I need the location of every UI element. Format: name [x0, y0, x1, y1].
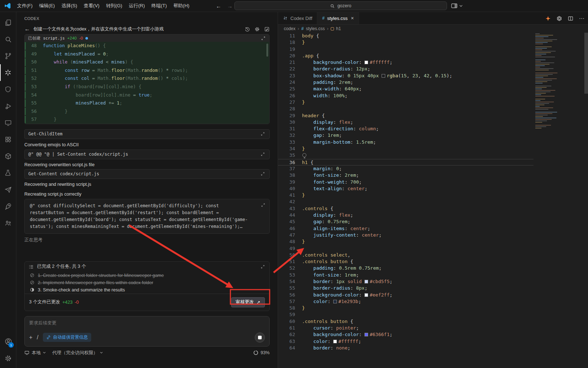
remote-explorer-icon[interactable]	[0, 114, 16, 131]
diff-code-line[interactable]: 57 }	[25, 115, 269, 124]
menu-file[interactable]: 文件(F)	[14, 1, 36, 10]
editor-code-line[interactable]: 42	[278, 199, 533, 205]
editor-code-line[interactable]: 44 display: flex;	[278, 212, 533, 218]
source-control-icon[interactable]	[0, 48, 16, 64]
command-card[interactable]: @" @@ "@ | Set-Content codex/script.js	[24, 150, 270, 159]
editor-code-line[interactable]: 63 color: #ffffff;	[278, 338, 533, 345]
task-list-header[interactable]: 已完成 2 个任务, 共 3 个	[25, 262, 269, 272]
more-actions-icon[interactable]: ⋯	[579, 15, 584, 22]
task-item[interactable]: 2. Implement Minesweeper game files with…	[25, 279, 269, 286]
editor-code-line[interactable]: 29header {	[278, 113, 533, 119]
editor-code-line[interactable]: 64 border: none;	[278, 345, 533, 351]
editor-code-line[interactable]: 46 align-items: center;	[278, 225, 533, 232]
editor-code-line[interactable]: 37 margin: 0;	[278, 165, 533, 172]
editor-code-line[interactable]: 21 background-color: #ffffff;	[278, 59, 533, 66]
expand-icon[interactable]	[260, 131, 266, 137]
created-file-diff-card[interactable]: 已创建 script.js +240 -0 48function placeMi…	[24, 34, 270, 124]
diff-code-line[interactable]: 53 if (!board[row][col].mine) {	[25, 83, 269, 91]
diff-scrollbar[interactable]	[266, 44, 268, 57]
close-icon[interactable]: ×	[351, 15, 354, 21]
settings-gear-icon[interactable]	[0, 350, 16, 367]
menu-view[interactable]: 查看(V)	[80, 1, 102, 10]
containers-icon[interactable]	[0, 148, 16, 164]
task-item[interactable]: 3. Smoke-check and summarize the results	[25, 286, 269, 294]
editor-code-line[interactable]: 60.controls button {	[278, 318, 533, 325]
command-card[interactable]: Get-Content codex/script.js	[24, 169, 270, 179]
editor-code-line[interactable]: 45 gap: 0.75rem;	[278, 218, 533, 225]
editor-code-line[interactable]: 53 font-size: 1rem;	[278, 272, 533, 278]
editor-code-line[interactable]: 62 background-color: #6366f1;	[278, 331, 533, 338]
attach-plus-icon[interactable]: +	[29, 335, 32, 340]
navigate-forward-icon[interactable]: →	[227, 3, 233, 9]
editor-code-line[interactable]: 41}	[278, 192, 533, 199]
editor-code-line[interactable]: 49	[278, 245, 533, 252]
editor-code-line[interactable]: 33 margin-bottom: 1.5rem;	[278, 139, 533, 146]
editor-code-line[interactable]: 26 width: 100%;	[278, 93, 533, 99]
editor-code-line[interactable]: 50.controls select,	[278, 252, 533, 258]
editor-code-line[interactable]: 52 padding: 0.5rem 0.75rem;	[278, 265, 533, 271]
editor-code-line[interactable]: 57 color: #1e293b;	[278, 298, 533, 305]
editor-code-line[interactable]: 56 background-color: #eef2ff;	[278, 292, 533, 298]
stop-button[interactable]	[255, 332, 265, 343]
editor-code-line[interactable]: 39 font-weight: 700;	[278, 179, 533, 185]
explorer-icon[interactable]	[0, 14, 16, 31]
menu-go[interactable]: 转到(G)	[103, 1, 126, 10]
codex-icon[interactable]	[0, 64, 16, 81]
menu-run[interactable]: 运行(R)	[125, 1, 148, 10]
tab-codex-diff[interactable]: Codex Diff	[278, 12, 317, 24]
editor-code-line[interactable]: 40 text-align: center;	[278, 185, 533, 192]
breadcrumb-symbol[interactable]: h1	[336, 26, 341, 31]
editor-code-line[interactable]: 43.controls {	[278, 205, 533, 212]
editor-code-line[interactable]: 18}	[278, 39, 533, 46]
command-card[interactable]: Get-ChildItem	[24, 129, 270, 139]
editor-code-line[interactable]: 23 box-shadow: 0 15px 40px rgba(15, 23, …	[278, 73, 533, 79]
editor-code-line[interactable]: 59	[278, 311, 533, 318]
diff-code-line[interactable]: 52 const col = Math.floor(Math.random() …	[25, 74, 269, 83]
slash-command-icon[interactable]: /	[37, 335, 38, 340]
editor-code-line[interactable]: 48}	[278, 238, 533, 245]
editor-code-line[interactable]: 61 cursor: pointer;	[278, 325, 533, 331]
editor-code-line[interactable]: 28	[278, 106, 533, 112]
navigate-back-icon[interactable]: ←	[216, 3, 221, 9]
collapse-icon[interactable]	[260, 264, 266, 270]
editor-code-line[interactable]: 54 border: 1px solid #cbd5f5;	[278, 278, 533, 285]
diff-code-line[interactable]: 51 const row = Math.floor(Math.random() …	[25, 66, 269, 75]
followup-input[interactable]	[29, 320, 265, 331]
breadcrumb-file[interactable]: styles.css	[306, 26, 325, 31]
menu-terminal[interactable]: 终端(T)	[148, 1, 170, 10]
editor-code-line[interactable]: 35	[278, 152, 533, 159]
editor-code-line[interactable]: 55 border-radius: 8px;	[278, 285, 533, 291]
back-icon[interactable]: ←	[24, 26, 30, 32]
code-snippet-card[interactable]: @" const difficultySelect = document.get…	[24, 199, 270, 234]
shield-icon[interactable]	[0, 81, 16, 98]
chatgpt-icon[interactable]	[556, 16, 562, 21]
menu-selection[interactable]: 选择(S)	[58, 1, 80, 10]
paper-plane-icon[interactable]	[0, 181, 16, 198]
editor-code-line[interactable]: 34}	[278, 146, 533, 152]
diff-code-line[interactable]: 54 board[row][col].mine = true;	[25, 91, 269, 99]
editor-code-line[interactable]: 27}	[278, 99, 533, 106]
editor-code-line[interactable]: 20.app {	[278, 53, 533, 59]
sparkle-extension-icon[interactable]	[545, 16, 551, 21]
search-sidebar-icon[interactable]	[0, 31, 16, 48]
editor-scrollbar[interactable]	[584, 33, 588, 94]
task-item[interactable]: 1. Create codex project folder structure…	[25, 272, 269, 279]
beaker-icon[interactable]	[0, 164, 16, 181]
editor-code-line[interactable]: 51.controls button {	[278, 258, 533, 265]
auto-context-pill[interactable]: 自动提供背景信息	[43, 333, 91, 342]
diff-code-line[interactable]: 55 minesPlaced += 1;	[25, 99, 269, 107]
editor-code-line[interactable]: 58}	[278, 305, 533, 311]
tab-styles-css[interactable]: # styles.css ×	[317, 12, 359, 24]
history-icon[interactable]	[244, 26, 250, 32]
split-editor-icon[interactable]	[568, 16, 573, 21]
collapse-icon[interactable]	[260, 35, 266, 41]
new-chat-icon[interactable]	[264, 26, 270, 32]
review-changes-button[interactable]: 审核更改 ↗	[231, 297, 265, 307]
editor-code-line[interactable]: 19	[278, 46, 533, 53]
run-debug-icon[interactable]	[0, 98, 16, 114]
agent-mode-selector[interactable]: 代理（完全访问权限）	[52, 350, 103, 356]
extensions-icon[interactable]	[0, 131, 16, 148]
expand-icon[interactable]	[260, 202, 266, 208]
panel-settings-gear-icon[interactable]	[254, 26, 260, 32]
expand-icon[interactable]	[260, 151, 266, 157]
